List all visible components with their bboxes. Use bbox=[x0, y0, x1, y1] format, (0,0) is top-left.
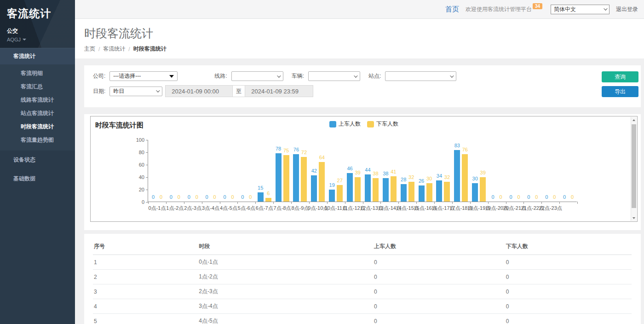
y-axis-tick bbox=[146, 177, 148, 178]
breadcrumb-section[interactable]: 客流统计 bbox=[103, 45, 125, 53]
x-axis-tick bbox=[559, 202, 560, 204]
bar-value-label: 0 bbox=[170, 194, 172, 200]
x-axis-tick bbox=[434, 202, 435, 204]
x-axis-tick bbox=[184, 202, 184, 204]
language-select[interactable]: 简体中文 bbox=[551, 5, 610, 14]
logout-link[interactable]: 退出登录 bbox=[616, 6, 638, 13]
breadcrumb-separator: / bbox=[98, 46, 100, 52]
scroll-up-icon[interactable] bbox=[631, 117, 637, 123]
bar-value-label: 30 bbox=[472, 176, 478, 181]
legend-item[interactable]: 上车人数 bbox=[329, 120, 361, 128]
bar-上车人数-6点-7点 bbox=[258, 192, 264, 202]
table-header-cell: 上车人数 bbox=[373, 238, 505, 255]
vehicle-select[interactable] bbox=[308, 71, 360, 81]
home-link[interactable]: 首页 bbox=[445, 5, 459, 14]
x-axis-tick-label: 3点-4点 bbox=[202, 205, 219, 212]
table-cell: 0 bbox=[505, 299, 632, 314]
table-cell: 0点-1点 bbox=[198, 255, 373, 270]
line-label: 线路: bbox=[214, 72, 227, 80]
sidebar-subitem-5[interactable]: 客流量趋势图 bbox=[0, 133, 75, 147]
chevron-down-icon bbox=[277, 74, 281, 77]
line-select[interactable] bbox=[231, 71, 283, 81]
table-panel: 序号时段上车人数下车人数 10点-1点0021点-2点0032点-3点0043点… bbox=[84, 234, 641, 324]
table-cell: 2点-3点 bbox=[198, 284, 373, 299]
bar-value-label: 15 bbox=[258, 185, 263, 191]
table-cell: 1 bbox=[93, 255, 198, 270]
scrollbar-thumb[interactable] bbox=[632, 124, 636, 208]
x-axis-tick bbox=[398, 202, 399, 204]
bar-下车人数-18点-19点 bbox=[480, 177, 486, 202]
table-cell: 0 bbox=[373, 314, 505, 324]
table-row: 54点-5点00 bbox=[93, 314, 632, 324]
sidebar-subitem-3[interactable]: 站点客流统计 bbox=[0, 107, 75, 120]
chart-vertical-scrollbar[interactable] bbox=[631, 117, 637, 221]
x-axis-tick bbox=[541, 202, 542, 204]
vehicle-label: 车辆: bbox=[292, 72, 304, 80]
y-axis-tick-label: 0 bbox=[142, 199, 144, 205]
org-dropdown[interactable]: AQGJ bbox=[7, 37, 26, 42]
bar-上车人数-9点-10点 bbox=[311, 175, 317, 202]
x-axis-tick-label: 6点-7点 bbox=[256, 205, 273, 212]
bar-value-label: 39 bbox=[480, 170, 486, 175]
chevron-down-icon bbox=[354, 74, 357, 77]
chevron-down-icon bbox=[156, 88, 160, 92]
query-button[interactable]: 查询 bbox=[602, 71, 638, 82]
chart-panel: 时段车流统计图 上车人数下车人数 0204060801000点-1点001点-2… bbox=[84, 114, 641, 230]
x-axis-tick bbox=[273, 202, 274, 204]
table-cell: 4点-5点 bbox=[198, 314, 373, 324]
filter-panel: 公司: ---请选择--- 线路: 车辆: 站点: bbox=[84, 65, 641, 107]
filter-row-date: 日期: 昨日 2024-01-09 00:00 至 2024-01-09 23:… bbox=[93, 85, 595, 97]
station-label: 站点: bbox=[368, 72, 381, 80]
table-cell: 5 bbox=[93, 314, 198, 324]
legend-swatch-icon bbox=[329, 121, 336, 127]
table-cell: 0 bbox=[505, 270, 632, 284]
x-axis-tick bbox=[327, 202, 328, 204]
scroll-down-icon[interactable] bbox=[631, 215, 637, 221]
bar-下车人数-11点-12点 bbox=[355, 177, 361, 202]
sidebar-subitem-4[interactable]: 时段客流统计 bbox=[0, 120, 75, 133]
x-axis-tick-label: 7点-8点 bbox=[274, 205, 291, 212]
sidebar-subitem-1[interactable]: 客流汇总 bbox=[0, 80, 75, 93]
breadcrumb-separator: / bbox=[128, 46, 130, 52]
period-stats-table: 序号时段上车人数下车人数 10点-1点0021点-2点0032点-3点0043点… bbox=[93, 238, 632, 324]
sidebar-item-2[interactable]: 基础数据 bbox=[0, 169, 75, 188]
bar-value-label: 0 bbox=[509, 194, 512, 200]
app-logo-title: 客流统计 bbox=[7, 6, 75, 21]
bar-value-label: 75 bbox=[283, 148, 289, 153]
date-preset-select[interactable]: 昨日 bbox=[109, 87, 162, 96]
x-axis-tick-label: 5点-6点 bbox=[238, 205, 255, 212]
bar-value-label: 76 bbox=[293, 147, 299, 152]
bar-上车人数-12点-13点 bbox=[365, 174, 371, 202]
bar-下车人数-16点-17点 bbox=[444, 182, 450, 202]
bar-value-label: 0 bbox=[213, 194, 216, 200]
bar-下车人数-10点-11点 bbox=[337, 185, 343, 202]
legend-item[interactable]: 下车人数 bbox=[367, 120, 398, 128]
bar-value-label: 0 bbox=[206, 194, 208, 200]
x-axis-tick bbox=[237, 202, 238, 204]
legend-label: 下车人数 bbox=[376, 120, 398, 128]
x-axis-tick bbox=[380, 202, 381, 204]
bar-value-label: 6 bbox=[267, 191, 270, 196]
bar-value-label: 19 bbox=[329, 182, 335, 188]
chart-title: 时段车流统计图 bbox=[95, 121, 144, 130]
x-axis-tick-label: 4点-5点 bbox=[220, 205, 237, 212]
legend-label: 上车人数 bbox=[339, 120, 361, 128]
sidebar-item-1[interactable]: 设备状态 bbox=[0, 150, 75, 169]
bar-value-label: 76 bbox=[462, 147, 468, 152]
table-header-row: 序号时段上车人数下车人数 bbox=[93, 238, 632, 255]
date-start-input[interactable]: 2024-01-09 00:00 bbox=[165, 85, 232, 97]
bar-value-label: 27 bbox=[337, 178, 343, 183]
station-select[interactable] bbox=[385, 71, 456, 81]
bar-value-label: 0 bbox=[241, 194, 244, 200]
export-button[interactable]: 导出 bbox=[602, 86, 638, 97]
table-body: 10点-1点0021点-2点0032点-3点0043点-4点0054点-5点00… bbox=[93, 255, 632, 324]
sidebar-item-0[interactable]: 客流统计 bbox=[0, 48, 75, 64]
company-select[interactable]: ---请选择--- bbox=[109, 71, 178, 81]
sidebar-subitem-0[interactable]: 客流明细 bbox=[0, 67, 75, 80]
breadcrumb-home[interactable]: 主页 bbox=[84, 45, 95, 53]
sidebar-subitem-2[interactable]: 线路客流统计 bbox=[0, 93, 75, 107]
notification-badge[interactable]: 34 bbox=[533, 3, 542, 9]
table-cell: 2 bbox=[93, 270, 198, 284]
bar-上车人数-10点-11点 bbox=[329, 190, 335, 202]
date-end-input[interactable]: 2024-01-09 23:59 bbox=[245, 85, 313, 97]
